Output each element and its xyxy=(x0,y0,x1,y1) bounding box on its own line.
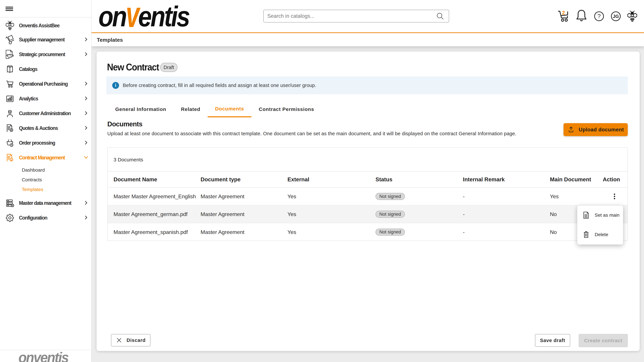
svg-text:§: § xyxy=(11,159,12,161)
svg-text:2: 2 xyxy=(562,10,565,16)
svg-text:?: ? xyxy=(598,13,600,19)
svg-text:JG: JG xyxy=(613,14,619,19)
